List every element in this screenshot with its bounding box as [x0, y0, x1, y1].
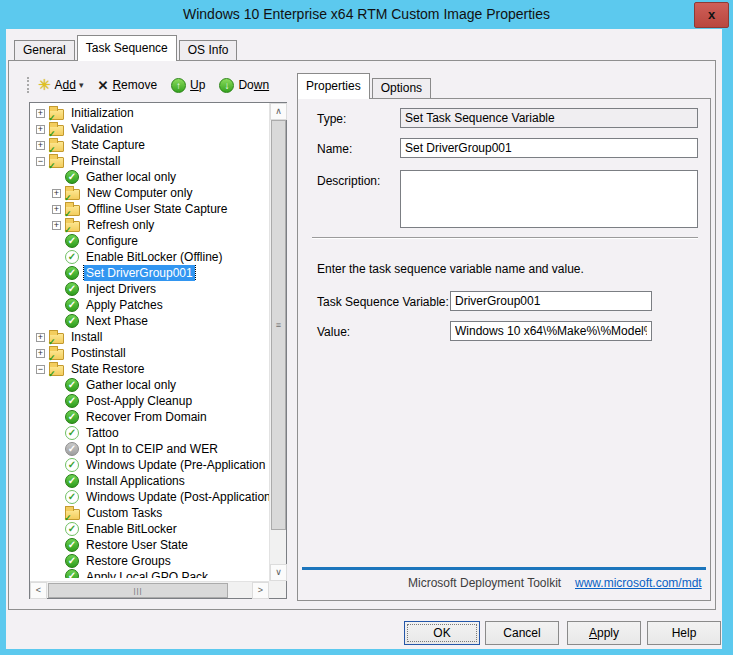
tab-general[interactable]: General — [14, 40, 75, 60]
remove-button[interactable]: ✕ Remove — [97, 78, 157, 93]
tree-item[interactable]: ✓Windows Update (Pre-Application Inst — [30, 457, 269, 473]
tree-item-label: State Restore — [69, 361, 146, 377]
tree-item-label: Windows Update (Post-Application Ins — [84, 489, 269, 505]
collapse-toggle-icon[interactable]: − — [36, 157, 45, 166]
horizontal-scroll-thumb[interactable]: ||| — [48, 583, 228, 598]
tree-item[interactable]: ✓Enable BitLocker — [30, 521, 269, 537]
vertical-scrollbar[interactable]: ∧ ≡ ∨ — [269, 103, 286, 581]
tree-item-label: Enable BitLocker (Offline) — [84, 249, 225, 265]
tree-item[interactable]: ✓Enable BitLocker (Offline) — [30, 249, 269, 265]
mdt-link[interactable]: www.microsoft.com/mdt — [575, 576, 702, 590]
tree-item[interactable]: ✓Post-Apply Cleanup — [30, 393, 269, 409]
panel-tab-strip: Properties Options — [297, 76, 433, 98]
tree-item[interactable]: ✓Next Phase — [30, 313, 269, 329]
scroll-right-button[interactable]: > — [252, 582, 269, 599]
task-sequence-tree: +Initialization+Validation+State Capture… — [29, 102, 287, 599]
value-label: Value: — [317, 325, 350, 339]
vertical-scroll-thumb[interactable]: ≡ — [271, 120, 286, 530]
tree-item[interactable]: +Validation — [30, 121, 269, 137]
description-input[interactable] — [400, 170, 698, 228]
expand-toggle-icon[interactable]: + — [36, 349, 45, 358]
tree-item[interactable]: −Preinstall — [30, 153, 269, 169]
tree-item[interactable]: Custom Tasks — [30, 505, 269, 521]
tree-item-label: Windows Update (Pre-Application Inst — [84, 457, 269, 473]
tree-item[interactable]: ✓Restore Groups — [30, 553, 269, 569]
tree-item[interactable]: ✓Opt In to CEIP and WER — [30, 441, 269, 457]
mdt-accent-line — [302, 567, 706, 570]
help-button[interactable]: Help — [647, 621, 721, 645]
ok-button[interactable]: OK — [404, 621, 480, 645]
tree-item[interactable]: ✓Restore User State — [30, 537, 269, 553]
variable-input[interactable] — [450, 291, 652, 311]
add-dropdown-icon[interactable]: ▾ — [79, 80, 84, 90]
tree-item[interactable]: +Refresh only — [30, 217, 269, 233]
down-button[interactable]: ↓ Down — [219, 78, 269, 93]
tree-item[interactable]: ✓Apply Patches — [30, 297, 269, 313]
tree-item[interactable]: ✓Gather local only — [30, 377, 269, 393]
tree-item[interactable]: +Postinstall — [30, 345, 269, 361]
tab-options[interactable]: Options — [372, 78, 431, 98]
folder-icon — [65, 221, 80, 232]
check-light-icon: ✓ — [65, 250, 79, 264]
up-button[interactable]: ↑ Up — [171, 78, 205, 93]
tab-os-info[interactable]: OS Info — [179, 40, 238, 60]
tree-item[interactable]: ✓Inject Drivers — [30, 281, 269, 297]
expand-toggle-icon[interactable]: + — [36, 333, 45, 342]
tree-item-label: Restore User State — [84, 537, 190, 553]
expand-toggle-icon[interactable]: + — [52, 221, 61, 230]
expand-toggle-icon[interactable]: + — [36, 125, 45, 134]
expand-toggle-icon[interactable]: + — [52, 205, 61, 214]
tree-item-label: Offline User State Capture — [85, 201, 230, 217]
close-button[interactable]: x — [694, 2, 729, 28]
check-light-icon: ✓ — [65, 522, 79, 536]
add-star-icon: ✳ — [38, 76, 51, 94]
tree-toolbar: ✳ Add ▾ ✕ Remove ↑ Up ↓ Down — [27, 73, 283, 97]
tree-item[interactable]: +Offline User State Capture — [30, 201, 269, 217]
titlebar[interactable]: Windows 10 Enterprise x64 RTM Custom Ima… — [0, 0, 733, 29]
tree-item-label: Configure — [84, 233, 140, 249]
tree-item-label: Install — [69, 329, 104, 345]
horizontal-scrollbar[interactable]: < ||| > — [30, 581, 269, 598]
tree-item[interactable]: +Install — [30, 329, 269, 345]
expand-toggle-icon[interactable]: + — [36, 141, 45, 150]
value-input[interactable] — [450, 321, 652, 341]
tab-properties[interactable]: Properties — [297, 73, 370, 99]
tab-task-sequence[interactable]: Task Sequence — [77, 35, 177, 61]
scroll-down-button[interactable]: ∨ — [270, 564, 287, 581]
tree-item[interactable]: ✓Recover From Domain — [30, 409, 269, 425]
tree-item[interactable]: +Initialization — [30, 105, 269, 121]
tree-item-label: Next Phase — [84, 313, 150, 329]
expand-toggle-icon[interactable]: + — [36, 109, 45, 118]
tree-item[interactable]: ✓Configure — [30, 233, 269, 249]
tree-item[interactable]: +New Computer only — [30, 185, 269, 201]
tree-item[interactable]: −State Restore — [30, 361, 269, 377]
add-button[interactable]: ✳ Add ▾ — [38, 76, 83, 94]
name-input[interactable] — [400, 138, 698, 158]
cancel-button[interactable]: Cancel — [485, 621, 559, 645]
tree-item[interactable]: ✓Tattoo — [30, 425, 269, 441]
check-green-icon: ✓ — [65, 378, 79, 392]
tree-item[interactable]: ✓Set DriverGroup001 — [30, 265, 269, 281]
thumb-grip-icon: ||| — [133, 586, 142, 595]
expand-toggle-icon[interactable]: + — [52, 189, 61, 198]
tree-item[interactable]: ✓Windows Update (Post-Application Ins — [30, 489, 269, 505]
apply-button[interactable]: Apply — [567, 621, 641, 645]
tree-item-label: Apply Local GPO Pack — [84, 569, 210, 578]
close-icon: x — [708, 7, 715, 22]
tree-item-label: Validation — [69, 121, 125, 137]
scroll-up-button[interactable]: ∧ — [270, 103, 287, 120]
type-label: Type: — [317, 112, 346, 126]
scroll-left-button[interactable]: < — [30, 582, 47, 599]
up-arrow-icon: ↑ — [171, 78, 186, 93]
tree-item-label: Preinstall — [69, 153, 122, 169]
check-green-icon: ✓ — [65, 410, 79, 424]
tree-item[interactable]: ✓Install Applications — [30, 473, 269, 489]
collapse-toggle-icon[interactable]: − — [36, 365, 45, 374]
check-green-icon: ✓ — [65, 538, 79, 552]
check-green-icon: ✓ — [65, 234, 79, 248]
tree-item[interactable]: +State Capture — [30, 137, 269, 153]
folder-icon — [65, 205, 80, 216]
window-title: Windows 10 Enterprise x64 RTM Custom Ima… — [0, 0, 733, 28]
tree-item[interactable]: ✓Apply Local GPO Pack — [30, 569, 269, 578]
tree-item[interactable]: ✓Gather local only — [30, 169, 269, 185]
